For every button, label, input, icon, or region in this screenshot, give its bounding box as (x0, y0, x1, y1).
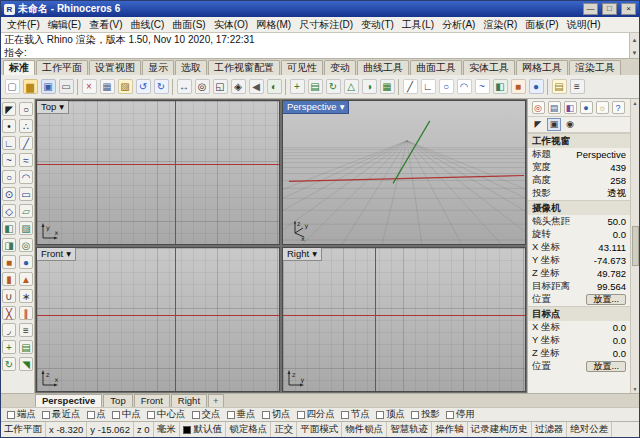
materials-tab-icon[interactable]: ● (579, 101, 593, 115)
undo-view-icon[interactable]: ◀ (247, 78, 265, 96)
x-coordinate[interactable]: x -8.320 (46, 422, 87, 437)
toolbar-group-tab[interactable]: 实体工具 (463, 60, 515, 75)
toolbar-group-tab[interactable]: 工作视窗配置 (208, 60, 280, 75)
ellipse-tool-icon[interactable]: ⊙ (2, 186, 17, 202)
planar-toggle[interactable]: 平面模式 (297, 422, 342, 437)
property-value[interactable]: 50.0 (608, 216, 627, 227)
viewport-menu-arrow[interactable]: ▾ (340, 101, 345, 113)
paste-icon[interactable]: ▨ (116, 78, 134, 96)
scroll-down-icon[interactable]: ▼ (633, 386, 638, 392)
toolbar-group-tab[interactable]: 可见性 (281, 60, 323, 75)
menu-item[interactable]: 说明(H) (563, 17, 605, 32)
scale-icon[interactable]: △ (342, 78, 360, 96)
point-icon[interactable]: • (2, 118, 17, 134)
polygon-tool-icon[interactable]: ◇ (2, 203, 17, 219)
checkbox-icon[interactable] (192, 411, 200, 419)
osnap-item[interactable]: 中点 (112, 408, 141, 421)
redo-icon[interactable]: ↻ (152, 78, 170, 96)
osnap-item[interactable]: 切点 (262, 408, 291, 421)
toolbar-group-tab[interactable]: 工作平面 (36, 60, 88, 75)
tolerance-display[interactable]: 绝对公差 (567, 422, 612, 437)
menu-item[interactable]: 实体(O) (210, 17, 252, 32)
osnap-item[interactable]: 点 (87, 408, 107, 421)
join-icon[interactable]: ∪ (2, 288, 17, 304)
property-value[interactable]: 99.564 (597, 281, 626, 292)
zoom-dynamic-icon[interactable]: ◎ (193, 78, 211, 96)
sphere-tool-icon[interactable]: ● (19, 254, 34, 270)
surface-icon[interactable]: ◧ (491, 78, 509, 96)
trim-icon[interactable]: ╳ (2, 305, 17, 321)
osnap-item[interactable]: 顶点 (376, 408, 405, 421)
interpolate-curve-icon[interactable]: ≈ (19, 152, 34, 168)
menu-item[interactable]: 变动(T) (357, 17, 398, 32)
viewport-top[interactable]: x y Top ▾ (36, 100, 280, 245)
layer-indicator[interactable]: 默认值 (180, 422, 227, 437)
command-prompt[interactable]: 指令: (4, 46, 636, 59)
cylinder-tool-icon[interactable]: ▮ (2, 271, 17, 287)
zoom-window-icon[interactable]: ◱ (211, 78, 229, 96)
help-tab-icon[interactable]: ? (611, 101, 625, 115)
osnap-item[interactable]: 停用 (446, 408, 475, 421)
checkbox-icon[interactable] (7, 411, 15, 419)
split-icon[interactable]: ∥ (19, 305, 34, 321)
sphere-icon[interactable]: ● (527, 78, 545, 96)
circle-icon[interactable]: ○ (437, 78, 455, 96)
polyline-icon[interactable]: ∟ (419, 78, 437, 96)
panel-scrollbar[interactable]: ▲ ▼ (630, 99, 639, 393)
copy-tool-icon[interactable]: ▤ (19, 339, 34, 355)
menu-item[interactable]: 查看(V) (85, 17, 126, 32)
toolbar-group-tab[interactable]: 曲线工具 (357, 60, 409, 75)
layers-tab-icon[interactable]: ▤ (547, 101, 561, 115)
z-coordinate[interactable]: z 0 (134, 422, 154, 437)
scale-tool-icon[interactable]: ◥ (19, 356, 34, 372)
property-value[interactable]: 43.111 (598, 242, 626, 253)
property-value[interactable]: 0.0 (613, 335, 626, 346)
revolve-tool-icon[interactable]: ◎ (19, 237, 34, 253)
osnap-item[interactable]: 四分点 (297, 408, 336, 421)
checkbox-icon[interactable] (112, 411, 120, 419)
property-value[interactable]: 258 (610, 175, 626, 186)
menu-item[interactable]: 曲面(S) (168, 17, 209, 32)
osnap-item[interactable]: 交点 (192, 408, 221, 421)
menu-item[interactable]: 面板(P) (521, 17, 562, 32)
property-value[interactable]: 0.0 (613, 229, 626, 240)
polyline-tool-icon[interactable]: ∟ (2, 135, 17, 151)
copy-icon[interactable]: ▦ (98, 78, 116, 96)
property-value[interactable]: 0.0 (613, 322, 626, 333)
property-value[interactable]: 49.782 (597, 268, 626, 279)
viewport-tab-perspective[interactable]: Perspective (35, 394, 102, 407)
line-tool-icon[interactable]: ╱ (19, 135, 34, 151)
osnap-item[interactable]: 最近点 (42, 408, 81, 421)
undo-icon[interactable]: ↺ (134, 78, 152, 96)
scrollbar-thumb[interactable] (632, 226, 639, 266)
pan-icon[interactable]: ↔ (175, 78, 193, 96)
viewport-menu-arrow[interactable]: ▾ (312, 248, 317, 260)
curve-tool-icon[interactable]: ~ (2, 152, 17, 168)
properties-tab-icon[interactable]: ◎ (531, 101, 545, 115)
checkbox-icon[interactable] (376, 411, 384, 419)
object-properties-icon[interactable]: ≡ (568, 78, 586, 96)
camera-page-icon[interactable]: ◉ (563, 118, 577, 131)
smarttrack-toggle[interactable]: 智慧轨迹 (387, 422, 432, 437)
viewport-menu-arrow[interactable]: ▾ (66, 248, 71, 260)
osnap-toggle[interactable]: 物件锁点 (342, 422, 387, 437)
minimize-button[interactable]: — (583, 3, 598, 15)
property-value[interactable]: 放置... (586, 361, 626, 372)
cut-icon[interactable]: × (80, 78, 98, 96)
mirror-icon[interactable]: ◑ (360, 78, 378, 96)
osnap-item[interactable]: 中心点 (147, 408, 186, 421)
cplane-button[interactable]: 工作平面 (1, 422, 46, 437)
object-page-icon[interactable]: ◤ (531, 118, 545, 131)
checkbox-icon[interactable] (341, 411, 349, 419)
grid-snap-toggle[interactable]: 锁定格点 (226, 422, 271, 437)
property-value[interactable]: 439 (610, 162, 626, 173)
circle-tool-icon[interactable]: ○ (2, 169, 17, 185)
arc-icon[interactable]: ◠ (455, 78, 473, 96)
scroll-up-icon[interactable]: ▲ (632, 34, 638, 47)
move-icon[interactable]: + (288, 78, 306, 96)
move-tool-icon[interactable]: + (2, 339, 17, 355)
new-viewport-tab-button[interactable]: + (208, 394, 224, 407)
checkbox-icon[interactable] (42, 411, 50, 419)
viewport-tab-top[interactable]: Top (103, 394, 132, 407)
y-coordinate[interactable]: y -15.062 (87, 422, 134, 437)
